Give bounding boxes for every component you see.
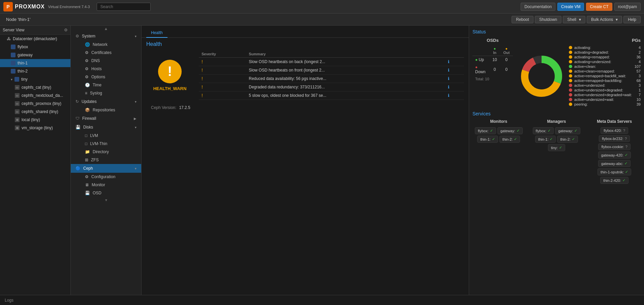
menu-item-lvm-thin[interactable]: □ LVM-Thin (75, 140, 141, 148)
service-badge[interactable]: tiny: ✓ (548, 144, 565, 151)
menu-item-syslog[interactable]: ≡ Syslog (75, 89, 141, 97)
menu-item-ceph[interactable]: 🔵 Ceph ▾ (71, 164, 141, 173)
scroll-top[interactable]: ▲ (71, 26, 141, 32)
service-badge[interactable]: thin-2: ✓ (499, 136, 520, 143)
pg-name: peering: (574, 102, 632, 106)
sidebar-item-tiny[interactable]: ▾ tiny (0, 75, 70, 83)
sidebar-item-local[interactable]: ⊟ local (tiny) (0, 116, 70, 124)
menu-item-time[interactable]: 🕐 Time (75, 81, 141, 89)
logs-bar: Logs (0, 295, 644, 305)
sidebar-item-cephfs-nextcloud[interactable]: ▭ cephfs_nextcloud_da... (0, 91, 70, 100)
menu-item-options[interactable]: ⚙ Options (75, 73, 141, 81)
service-badge[interactable]: thin-1: ✓ (477, 136, 498, 143)
service-name: flybox-420: (604, 129, 622, 133)
search-input[interactable] (97, 3, 151, 11)
status-title: Status (472, 29, 641, 34)
documentation-button[interactable]: Documentation (521, 3, 555, 11)
service-badge[interactable]: gateway-420: ✓ (598, 151, 631, 159)
repositories-icon: 📦 (85, 108, 90, 112)
chevron-right2-icon: ▶ (134, 117, 136, 120)
service-badge[interactable]: thin-1: ✓ (535, 136, 556, 143)
sidebar-item-cephfs-proxmox[interactable]: ▭ cephfs_proxmox (tiny) (0, 100, 70, 108)
node-thin1-label: thin-1 (18, 61, 28, 65)
service-badge[interactable]: flybox-br232: ? (599, 135, 630, 142)
scroll-down[interactable]: ▾ (71, 197, 141, 203)
warning-row: ! Slow OSD heartbeats on back (longest 2… (199, 58, 464, 66)
sidebar-item-gateway[interactable]: gateway (0, 51, 70, 59)
sidebar-item-thin2[interactable]: thin-2 (0, 67, 70, 75)
services-grid: Monitors flybox: ✓gateway: ✓thin-1: ✓thi… (472, 119, 641, 185)
system-group[interactable]: ⚙ System ▾ (71, 32, 141, 40)
tab-health[interactable]: Health (146, 28, 167, 38)
ok-icon: ✓ (490, 129, 493, 133)
sidebar-item-vm-storage[interactable]: ⊟ vm_storage (tiny) (0, 124, 70, 132)
user-button[interactable]: root@pam (614, 3, 641, 11)
pg-count: 107 (634, 64, 641, 68)
managers-section: Managers flybox: ✓gateway: ✓thin-1: ✓thi… (530, 119, 583, 185)
menu-item-network[interactable]: 🌐 Network (75, 40, 141, 49)
menu-item-directory[interactable]: 📁 Directory (75, 148, 141, 156)
sidebar-header: Server View ⚙ (0, 26, 70, 35)
updates-group[interactable]: ↻ Updates ▾ (71, 97, 141, 106)
service-name: gateway: (558, 129, 573, 133)
sidebar-item-thin1[interactable]: thin-1 (0, 59, 70, 67)
menu-item-monitor[interactable]: 🖥 Monitor (75, 181, 141, 189)
sidebar-item-datacenter[interactable]: 🖧 Datacenter (dimacluster) (0, 35, 70, 43)
down-label: ● Down (472, 63, 489, 76)
sidebar-item-cephfs-cat[interactable]: ▭ cephfs_cat (tiny) (0, 83, 70, 91)
system-label: System (82, 34, 95, 38)
service-badge[interactable]: gateway: ✓ (497, 127, 523, 134)
menu-item-repositories[interactable]: 📦 Repositories (75, 106, 141, 114)
sidebar-item-flybox[interactable]: flybox (0, 43, 70, 51)
service-badge[interactable]: gateway-abc: ✓ (598, 160, 631, 167)
service-badge[interactable]: gateway: ✓ (555, 127, 580, 134)
sidebar-item-cephfs-shared[interactable]: ▭ cephfs_shared (tiny) (0, 108, 70, 116)
create-vm-button[interactable]: Create VM (557, 3, 584, 11)
warning-icon: ! (202, 84, 203, 90)
service-badge[interactable]: thin-2-420: ✓ (600, 177, 628, 184)
info-button[interactable]: ℹ (448, 76, 450, 81)
pg-count: 3 (634, 83, 641, 87)
ok-icon: ✓ (548, 129, 551, 133)
reboot-button[interactable]: Reboot (512, 16, 533, 23)
vm-cephfs-nextcloud-label: cephfs_nextcloud_da... (22, 93, 63, 98)
ceph-version-row: Ceph Version: 17.2.5 (146, 103, 464, 113)
node-icon (11, 69, 16, 74)
service-badge[interactable]: flybox: ✓ (533, 127, 554, 134)
service-name: thin-1-sputnik: (601, 170, 624, 174)
menu-item-certificates[interactable]: ⚙ Certificates (75, 49, 141, 57)
ok-icon: ✓ (624, 161, 627, 166)
directory-label: Directory (93, 149, 109, 154)
service-badge[interactable]: flybox-420: ? (601, 127, 628, 134)
shell-button[interactable]: Shell (563, 16, 585, 23)
info-button[interactable]: ℹ (448, 93, 450, 98)
info-button[interactable]: ℹ (448, 85, 450, 89)
service-badge[interactable]: flybox: ✓ (475, 127, 496, 134)
info-button[interactable]: ℹ (448, 59, 450, 64)
action-header (444, 51, 464, 58)
vm-icon: ▭ (15, 85, 20, 90)
info-button[interactable]: ℹ (448, 68, 450, 73)
create-ct-button[interactable]: Create CT (586, 3, 612, 11)
settings-icon[interactable]: ⚙ (64, 28, 68, 32)
menu-item-dns[interactable]: ⚙ DNS (75, 57, 141, 65)
service-badge[interactable]: thin-2: ✓ (557, 136, 578, 143)
bulk-actions-button[interactable]: Bulk Actions (587, 16, 622, 23)
system-icon: ⚙ (75, 34, 79, 38)
menu-item-zfs[interactable]: ⊞ ZFS (75, 156, 141, 164)
service-badge[interactable]: flybox-cookie: ? (598, 143, 630, 150)
shutdown-button[interactable]: Shutdown (535, 16, 561, 23)
menu-item-osd[interactable]: 💾 OSD (75, 189, 141, 197)
service-badge[interactable]: thin-1-sputnik: ✓ (597, 168, 631, 175)
node-icon (14, 77, 19, 82)
managers-badges: flybox: ✓gateway: ✓thin-1: ✓thin-2: ✓tin… (530, 127, 583, 152)
firewall-group[interactable]: 🛡 Firewall ▶ (71, 114, 141, 123)
help-button[interactable]: Help (623, 16, 641, 23)
disks-group[interactable]: 💾 Disks ▾ (71, 123, 141, 132)
warning-icon: ! (202, 67, 203, 73)
menu-item-hosts[interactable]: ⚙ Hosts (75, 65, 141, 73)
menu-item-configuration[interactable]: ⚙ Configuration (75, 173, 141, 181)
pg-legend-item: active+remapped+backfilling: 68 (569, 79, 641, 83)
datacenter-label: Datacenter (dimacluster) (13, 36, 57, 41)
menu-item-lvm[interactable]: □ LVM (75, 132, 141, 140)
